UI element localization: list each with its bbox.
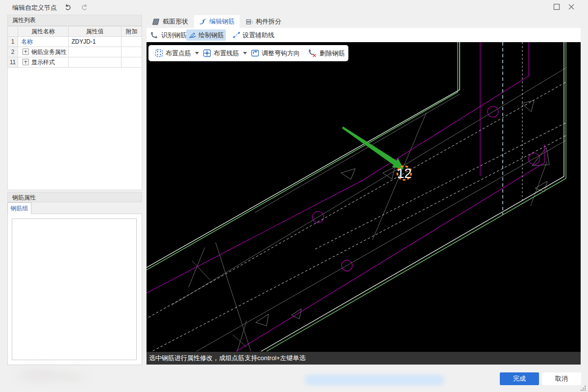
rebar-group-content — [12, 219, 137, 360]
edit-rebar-icon — [199, 18, 206, 25]
prop-name-cell[interactable]: 名称 — [18, 37, 69, 47]
title-bar: 编辑自定义节点 — [0, 0, 588, 15]
place-line-rebar-button[interactable]: 布置线筋 — [201, 49, 241, 58]
toolbar-label: 布置点筋 — [166, 49, 191, 58]
cad-drawing: 12 — [147, 42, 581, 352]
marker-label: 12 — [397, 166, 412, 181]
tab-component-split[interactable]: ? 构件拆分 — [241, 15, 286, 28]
toolbar-label: 调整弯钩方向 — [262, 49, 300, 58]
col-header-extra: 附加 — [122, 26, 142, 37]
table-row[interactable]: 1 名称 ZDYJD-1 — [8, 37, 142, 47]
place-point-rebar-icon — [155, 49, 163, 57]
draw-rebar-icon — [188, 31, 196, 39]
identify-rebar-icon — [150, 31, 159, 39]
col-header-value: 属性值 — [69, 26, 122, 37]
tab-rebar-group[interactable]: 钢筋组 — [7, 202, 31, 214]
expand-icon[interactable] — [23, 49, 29, 55]
component-split-icon: ? — [246, 18, 253, 25]
toolbar-label: 删除钢筋 — [319, 49, 345, 58]
prop-value-cell[interactable] — [69, 47, 122, 57]
place-point-rebar-dropdown[interactable] — [195, 52, 199, 54]
tab-section-shape[interactable]: 截面形状 — [147, 15, 193, 28]
ribbon-label: 设置辅助线 — [243, 31, 274, 40]
cancel-button[interactable]: 取消 — [542, 372, 581, 385]
draw-rebar-button[interactable]: 绘制钢筋 — [186, 29, 226, 41]
ribbon-label: 绘制钢筋 — [198, 31, 224, 40]
property-table: 属性名称 属性值 附加 1 名称 ZDYJD-1 2 钢筋业务属性 11 显示样… — [7, 26, 142, 68]
prop-name-cell[interactable]: 钢筋业务属性 — [18, 47, 69, 57]
redo-icon[interactable] — [80, 3, 89, 12]
prop-value-cell[interactable]: ZDYJD-1 — [69, 37, 122, 47]
auxiliary-line-icon — [233, 31, 241, 39]
undo-icon[interactable] — [64, 3, 73, 12]
property-list-header: 属性列表 — [7, 15, 142, 26]
annotation-arrow — [342, 126, 404, 169]
delete-rebar-button[interactable]: 删除钢筋 — [306, 49, 346, 58]
window-title: 编辑自定义节点 — [12, 3, 57, 12]
delete-rebar-icon — [308, 49, 317, 57]
resize-grip-icon[interactable] — [580, 385, 587, 392]
identify-rebar-button[interactable]: 识别钢筋 — [148, 29, 189, 41]
tab-edit-rebar[interactable]: 编辑钢筋 — [194, 15, 240, 28]
finish-button[interactable]: 完成 — [500, 372, 539, 385]
drawing-canvas[interactable]: 12 — [147, 42, 581, 352]
tab-label: 编辑钢筋 — [209, 17, 235, 26]
footer-smudge — [15, 367, 118, 386]
place-line-rebar-dropdown[interactable] — [243, 52, 247, 54]
tab-label: 构件拆分 — [256, 17, 281, 26]
maximize-icon[interactable] — [552, 2, 561, 11]
ribbon-toolbar: 识别钢筋 绘制钢筋 设置辅助线 — [147, 28, 581, 42]
status-bar: 选中钢筋进行属性修改，成组点筋支持control+左键单选 — [147, 352, 581, 365]
prop-name-cell[interactable]: 显示样式 — [18, 57, 69, 68]
adjust-hook-direction-button[interactable]: 调整弯钩方向 — [249, 49, 301, 58]
tab-label: 截面形状 — [163, 17, 188, 26]
place-line-rebar-icon — [203, 49, 211, 57]
section-shape-icon — [152, 18, 160, 25]
place-point-rebar-button[interactable]: 布置点筋 — [153, 49, 193, 58]
rebar-properties-header: 钢筋属性 — [7, 192, 142, 202]
toolbar-label: 布置线筋 — [214, 49, 239, 58]
prop-value-cell[interactable] — [69, 57, 122, 68]
table-row[interactable]: 11 显示样式 — [8, 57, 142, 68]
expand-icon[interactable] — [23, 59, 29, 65]
col-header-name: 属性名称 — [18, 26, 69, 37]
adjust-hook-direction-icon — [251, 49, 259, 57]
set-auxiliary-line-button[interactable]: 设置辅助线 — [231, 29, 276, 41]
table-row[interactable]: 2 钢筋业务属性 — [8, 47, 142, 57]
close-icon[interactable] — [567, 2, 576, 11]
ribbon-label: 识别钢筋 — [161, 31, 187, 40]
property-table-header-row: 属性名称 属性值 附加 — [8, 26, 142, 37]
canvas-toolbar: 布置点筋 布置线筋 调整弯钩方向 删除钢筋 — [148, 45, 348, 61]
footer-highlight — [305, 375, 444, 385]
svg-text:?: ? — [251, 20, 253, 24]
